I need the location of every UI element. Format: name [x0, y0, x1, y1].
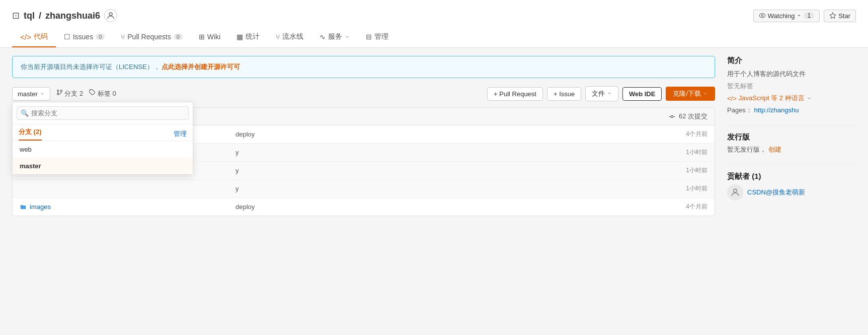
pages-label: Pages： — [727, 106, 752, 114]
release-create-link[interactable]: 创建 — [768, 146, 781, 153]
branch-bar-left: master 🔍 分支 (2) 管理 — [12, 87, 116, 101]
repo-owner[interactable]: tql — [24, 11, 35, 21]
pr-badge: 0 — [174, 34, 183, 40]
sidebar-lang: </> JavaScript 等 2 种语言 — [727, 94, 856, 103]
svg-marker-3 — [830, 13, 836, 18]
svg-point-2 — [761, 15, 763, 17]
tab-service-label: 服务 — [328, 32, 342, 41]
tab-code-label: 代码 — [34, 32, 48, 41]
branch-item-web-label: web — [20, 146, 32, 153]
sidebar-release-desc: 暂无发行版， 创建 — [727, 145, 856, 154]
svg-point-6 — [60, 90, 62, 92]
file-time-hidden3: 1小时前 — [667, 184, 707, 193]
svg-point-11 — [734, 189, 737, 192]
chevron-down-icon — [797, 13, 802, 18]
branch-manage-link[interactable]: 管理 — [174, 129, 187, 139]
tab-wiki-label: Wiki — [207, 33, 220, 41]
branch-info: 分支 2 标签 0 — [56, 89, 116, 98]
repo-title-left: ⊡ tql / zhangshuai6 — [12, 9, 117, 22]
branch-search-input[interactable] — [17, 106, 189, 120]
file-time: 4个月前 — [667, 130, 707, 139]
sidebar-release: 发行版 暂无发行版， 创建 — [727, 132, 856, 154]
watch-button[interactable]: Watching 1 — [753, 10, 820, 22]
file-commit-hidden: y — [235, 149, 667, 156]
svg-point-0 — [109, 13, 112, 16]
license-banner: 你当前开源项目尚未选择许可证（LICENSE）， 点此选择并创建开源许可可 — [12, 56, 715, 78]
clone-btn[interactable]: 克隆/下载 — [666, 87, 715, 101]
tab-pullrequests[interactable]: ⑂ Pull Requests 0 — [113, 28, 191, 47]
tab-admin-label: 管理 — [374, 32, 388, 41]
issue-btn[interactable]: + Issue — [547, 87, 581, 101]
branch-item-master-label: master — [20, 162, 41, 170]
branch-item-master[interactable]: master — [13, 158, 193, 174]
file-commit: deploy — [235, 130, 667, 138]
pipeline-icon: ⑂ — [276, 33, 280, 41]
issues-icon: ☐ — [64, 33, 70, 41]
tab-pipeline-label: 流水线 — [282, 32, 303, 41]
top-bar: ⊡ tql / zhangshuai6 Watching 1 Star </> — [0, 0, 868, 48]
contributor-avatar[interactable] — [727, 184, 743, 200]
pr-icon: ⑂ — [121, 33, 125, 41]
webide-btn[interactable]: Web IDE — [622, 87, 662, 101]
svg-point-5 — [57, 90, 58, 92]
code-icon: </> — [20, 33, 31, 41]
release-desc-text: 暂无发行版， — [727, 146, 766, 153]
repo-name[interactable]: zhangshuai6 — [45, 11, 100, 21]
pull-request-btn[interactable]: + Pull Request — [487, 87, 543, 101]
right-panel: 简介 用于个人博客的源代码文件 暂无标签 </> JavaScript 等 2 … — [715, 56, 856, 216]
branch-search-container: 🔍 — [13, 102, 193, 124]
file-commit-images2: deploy — [235, 203, 667, 211]
svg-point-8 — [671, 115, 673, 117]
avatar[interactable] — [104, 9, 117, 22]
pages-link[interactable]: http://zhangshu — [754, 106, 799, 114]
license-link[interactable]: 点此选择并创建开源许可可 — [162, 63, 240, 71]
star-button[interactable]: Star — [824, 10, 856, 22]
sidebar-divider2 — [727, 164, 856, 165]
service-icon: ∿ — [320, 33, 326, 41]
file-commit-hidden3: y — [235, 185, 667, 192]
star-icon — [829, 12, 836, 19]
tab-code[interactable]: </> 代码 — [12, 27, 56, 47]
tag-count[interactable]: 标签 0 — [89, 89, 116, 98]
commit-icon — [669, 113, 675, 120]
file-commit-hidden2: y — [235, 167, 667, 174]
commit-count: 62 次提交 — [669, 112, 707, 121]
tab-stats[interactable]: ▦ 统计 — [228, 27, 268, 47]
wiki-icon: ⊞ — [199, 33, 205, 41]
svg-point-1 — [759, 14, 765, 18]
branch-tab-label: 分支 (2) — [19, 127, 42, 141]
tab-issues[interactable]: ☐ Issues 0 — [56, 28, 113, 47]
file-name-images2[interactable]: images — [20, 203, 235, 211]
issues-badge: 0 — [96, 34, 105, 40]
sidebar-pages: Pages： http://zhangshu — [727, 106, 856, 115]
clone-chevron-icon — [703, 91, 708, 96]
nav-tabs: </> 代码 ☐ Issues 0 ⑂ Pull Requests 0 ⊞ Wi… — [12, 27, 856, 47]
table-row: images deploy 4个月前 — [13, 198, 715, 216]
tab-service[interactable]: ∿ 服务 — [311, 27, 358, 47]
file-chevron-icon — [607, 91, 612, 96]
file-btn[interactable]: 文件 — [585, 86, 618, 101]
branch-name: master — [18, 90, 38, 98]
branch-item-web[interactable]: web — [13, 141, 193, 158]
file-time-hidden2: 1小时前 — [667, 166, 707, 175]
lang-chevron-icon — [807, 96, 812, 101]
branch-bar: master 🔍 分支 (2) 管理 — [12, 86, 715, 101]
tab-stats-label: 统计 — [246, 32, 260, 41]
sidebar-lang-link[interactable]: JavaScript 等 2 种语言 — [739, 94, 805, 103]
contributor-name[interactable]: CSDN@摸鱼老萌新 — [747, 188, 805, 197]
tab-pipeline[interactable]: ⑂ 流水线 — [268, 27, 311, 47]
tab-wiki[interactable]: ⊞ Wiki — [191, 28, 228, 47]
stats-icon: ▦ — [236, 33, 243, 41]
tab-admin[interactable]: ⊟ 管理 — [358, 27, 397, 47]
left-panel: 你当前开源项目尚未选择许可证（LICENSE）， 点此选择并创建开源许可可 ma… — [12, 56, 715, 216]
sidebar-contrib: 贡献者 (1) CSDN@摸鱼老萌新 — [727, 172, 856, 200]
sidebar-intro: 简介 用于个人博客的源代码文件 暂无标签 </> JavaScript 等 2 … — [727, 56, 856, 115]
branch-count[interactable]: 分支 2 — [56, 89, 83, 98]
branch-selector[interactable]: master — [12, 87, 50, 101]
branch-chevron-icon — [40, 91, 45, 96]
star-label: Star — [838, 12, 850, 20]
license-text: 你当前开源项目尚未选择许可证（LICENSE）， — [21, 63, 160, 71]
branch-tab-header: 分支 (2) 管理 — [13, 124, 193, 141]
tab-pr-label: Pull Requests — [127, 33, 171, 41]
sidebar-intro-desc: 用于个人博客的源代码文件 — [727, 70, 856, 79]
